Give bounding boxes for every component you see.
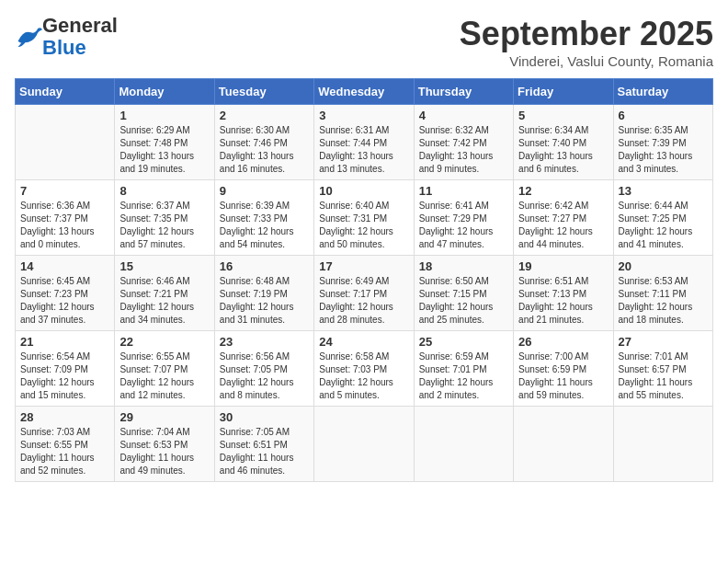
weekday-header: Tuesday xyxy=(214,79,313,105)
day-number: 5 xyxy=(518,109,608,122)
calendar-cell: 20Sunrise: 6:53 AMSunset: 7:11 PMDayligh… xyxy=(613,256,712,331)
calendar-cell: 27Sunrise: 7:01 AMSunset: 6:57 PMDayligh… xyxy=(613,331,712,407)
day-number: 26 xyxy=(518,335,608,349)
day-number: 11 xyxy=(419,184,508,198)
calendar-cell: 13Sunrise: 6:44 AMSunset: 7:25 PMDayligh… xyxy=(613,180,712,256)
day-number: 21 xyxy=(20,335,109,349)
day-number: 17 xyxy=(319,259,408,273)
calendar-table: SundayMondayTuesdayWednesdayThursdayFrid… xyxy=(15,78,713,482)
day-number: 15 xyxy=(119,259,209,273)
logo: General Blue xyxy=(15,15,118,59)
weekday-header-row: SundayMondayTuesdayWednesdayThursdayFrid… xyxy=(16,79,713,105)
day-number: 9 xyxy=(220,184,309,198)
day-detail: Sunrise: 6:30 AMSunset: 7:46 PMDaylight:… xyxy=(220,124,309,176)
day-detail: Sunrise: 6:40 AMSunset: 7:31 PMDaylight:… xyxy=(319,200,408,251)
day-number: 13 xyxy=(619,184,708,198)
day-number: 20 xyxy=(619,259,708,273)
logo-bird-icon xyxy=(17,27,42,47)
calendar-week-row: 7Sunrise: 6:36 AMSunset: 7:37 PMDaylight… xyxy=(16,180,713,256)
day-detail: Sunrise: 6:53 AMSunset: 7:11 PMDaylight:… xyxy=(619,275,708,327)
day-number: 18 xyxy=(419,259,508,273)
calendar-cell: 15Sunrise: 6:46 AMSunset: 7:21 PMDayligh… xyxy=(115,256,214,331)
day-number: 19 xyxy=(518,259,608,273)
calendar-cell: 22Sunrise: 6:55 AMSunset: 7:07 PMDayligh… xyxy=(115,331,214,407)
title-block: September 2025 Vinderei, Vaslui County, … xyxy=(460,15,713,69)
calendar-title: September 2025 xyxy=(460,15,713,53)
day-number: 12 xyxy=(518,184,608,198)
weekday-header: Sunday xyxy=(16,79,115,105)
day-number: 30 xyxy=(220,410,309,424)
calendar-cell: 4Sunrise: 6:32 AMSunset: 7:42 PMDaylight… xyxy=(414,105,513,180)
day-detail: Sunrise: 6:58 AMSunset: 7:03 PMDaylight:… xyxy=(319,350,408,402)
day-number: 27 xyxy=(619,335,708,349)
day-number: 14 xyxy=(20,259,109,273)
day-number: 8 xyxy=(119,184,209,198)
calendar-cell: 9Sunrise: 6:39 AMSunset: 7:33 PMDaylight… xyxy=(214,180,313,256)
calendar-cell xyxy=(414,407,513,482)
day-detail: Sunrise: 6:46 AMSunset: 7:21 PMDaylight:… xyxy=(119,275,209,327)
day-number: 16 xyxy=(220,259,309,273)
day-detail: Sunrise: 6:55 AMSunset: 7:07 PMDaylight:… xyxy=(119,350,209,402)
day-number: 24 xyxy=(319,335,408,349)
day-detail: Sunrise: 6:35 AMSunset: 7:39 PMDaylight:… xyxy=(619,124,708,176)
calendar-cell: 10Sunrise: 6:40 AMSunset: 7:31 PMDayligh… xyxy=(314,180,414,256)
day-detail: Sunrise: 6:49 AMSunset: 7:17 PMDaylight:… xyxy=(319,275,408,327)
day-number: 6 xyxy=(619,109,708,122)
calendar-cell: 12Sunrise: 6:42 AMSunset: 7:27 PMDayligh… xyxy=(514,180,613,256)
day-detail: Sunrise: 6:36 AMSunset: 7:37 PMDaylight:… xyxy=(20,200,109,251)
calendar-week-row: 21Sunrise: 6:54 AMSunset: 7:09 PMDayligh… xyxy=(16,331,713,407)
day-number: 2 xyxy=(220,109,309,122)
weekday-header: Thursday xyxy=(414,79,513,105)
calendar-week-row: 28Sunrise: 7:03 AMSunset: 6:55 PMDayligh… xyxy=(16,407,713,482)
day-detail: Sunrise: 7:03 AMSunset: 6:55 PMDaylight:… xyxy=(20,426,109,477)
day-number: 7 xyxy=(20,184,109,198)
logo-general: General xyxy=(42,14,118,37)
day-detail: Sunrise: 6:51 AMSunset: 7:13 PMDaylight:… xyxy=(518,275,608,327)
day-number: 3 xyxy=(319,109,408,122)
day-number: 22 xyxy=(119,335,209,349)
calendar-cell: 30Sunrise: 7:05 AMSunset: 6:51 PMDayligh… xyxy=(214,407,313,482)
calendar-cell xyxy=(16,105,115,180)
weekday-header: Friday xyxy=(514,79,613,105)
day-detail: Sunrise: 6:45 AMSunset: 7:23 PMDaylight:… xyxy=(20,275,109,327)
day-detail: Sunrise: 7:01 AMSunset: 6:57 PMDaylight:… xyxy=(619,350,708,402)
day-detail: Sunrise: 6:44 AMSunset: 7:25 PMDaylight:… xyxy=(619,200,708,251)
day-number: 4 xyxy=(419,109,508,122)
calendar-week-row: 14Sunrise: 6:45 AMSunset: 7:23 PMDayligh… xyxy=(16,256,713,331)
logo-text: General Blue xyxy=(42,15,118,59)
calendar-cell xyxy=(613,407,712,482)
calendar-cell: 6Sunrise: 6:35 AMSunset: 7:39 PMDaylight… xyxy=(613,105,712,180)
calendar-cell: 24Sunrise: 6:58 AMSunset: 7:03 PMDayligh… xyxy=(314,331,414,407)
weekday-header: Monday xyxy=(115,79,214,105)
weekday-header: Wednesday xyxy=(314,79,414,105)
calendar-cell: 7Sunrise: 6:36 AMSunset: 7:37 PMDaylight… xyxy=(16,180,115,256)
day-detail: Sunrise: 7:05 AMSunset: 6:51 PMDaylight:… xyxy=(220,426,309,477)
calendar-cell xyxy=(514,407,613,482)
calendar-cell: 25Sunrise: 6:59 AMSunset: 7:01 PMDayligh… xyxy=(414,331,513,407)
calendar-cell: 19Sunrise: 6:51 AMSunset: 7:13 PMDayligh… xyxy=(514,256,613,331)
calendar-cell: 3Sunrise: 6:31 AMSunset: 7:44 PMDaylight… xyxy=(314,105,414,180)
calendar-cell: 26Sunrise: 7:00 AMSunset: 6:59 PMDayligh… xyxy=(514,331,613,407)
calendar-cell: 18Sunrise: 6:50 AMSunset: 7:15 PMDayligh… xyxy=(414,256,513,331)
logo-blue: Blue xyxy=(42,36,86,59)
day-detail: Sunrise: 6:54 AMSunset: 7:09 PMDaylight:… xyxy=(20,350,109,402)
calendar-cell: 17Sunrise: 6:49 AMSunset: 7:17 PMDayligh… xyxy=(314,256,414,331)
day-number: 28 xyxy=(20,410,109,424)
day-detail: Sunrise: 6:59 AMSunset: 7:01 PMDaylight:… xyxy=(419,350,508,402)
day-detail: Sunrise: 6:41 AMSunset: 7:29 PMDaylight:… xyxy=(419,200,508,251)
day-detail: Sunrise: 7:00 AMSunset: 6:59 PMDaylight:… xyxy=(518,350,608,402)
day-number: 23 xyxy=(220,335,309,349)
day-detail: Sunrise: 6:31 AMSunset: 7:44 PMDaylight:… xyxy=(319,124,408,176)
calendar-cell: 28Sunrise: 7:03 AMSunset: 6:55 PMDayligh… xyxy=(16,407,115,482)
calendar-cell: 5Sunrise: 6:34 AMSunset: 7:40 PMDaylight… xyxy=(514,105,613,180)
day-detail: Sunrise: 6:56 AMSunset: 7:05 PMDaylight:… xyxy=(220,350,309,402)
day-detail: Sunrise: 6:37 AMSunset: 7:35 PMDaylight:… xyxy=(119,200,209,251)
calendar-cell: 23Sunrise: 6:56 AMSunset: 7:05 PMDayligh… xyxy=(214,331,313,407)
calendar-cell: 29Sunrise: 7:04 AMSunset: 6:53 PMDayligh… xyxy=(115,407,214,482)
calendar-cell: 11Sunrise: 6:41 AMSunset: 7:29 PMDayligh… xyxy=(414,180,513,256)
day-detail: Sunrise: 6:42 AMSunset: 7:27 PMDaylight:… xyxy=(518,200,608,251)
calendar-cell: 1Sunrise: 6:29 AMSunset: 7:48 PMDaylight… xyxy=(115,105,214,180)
day-detail: Sunrise: 6:34 AMSunset: 7:40 PMDaylight:… xyxy=(518,124,608,176)
day-detail: Sunrise: 6:48 AMSunset: 7:19 PMDaylight:… xyxy=(220,275,309,327)
day-detail: Sunrise: 6:39 AMSunset: 7:33 PMDaylight:… xyxy=(220,200,309,251)
